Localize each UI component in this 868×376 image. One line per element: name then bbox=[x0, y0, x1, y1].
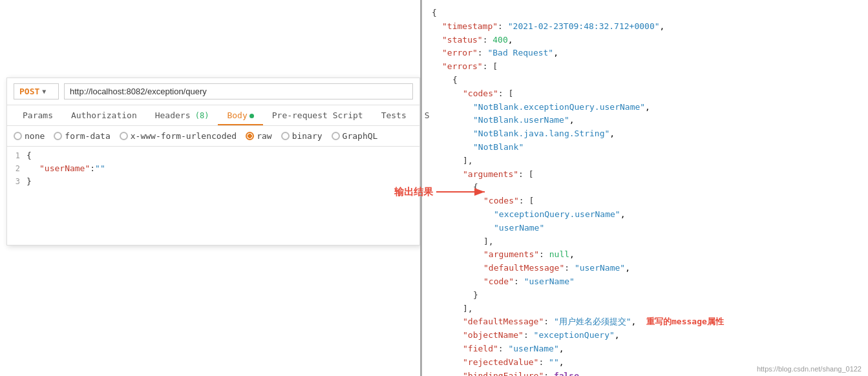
json-error: "error": "Bad Request", bbox=[432, 47, 858, 60]
tab-s[interactable]: S bbox=[416, 105, 439, 125]
line-content-2: "userName":"" bbox=[26, 163, 419, 173]
code-line-3: 3 } bbox=[7, 176, 419, 189]
json-inner-codes: "codes": [ bbox=[432, 194, 858, 208]
radio-form-data[interactable]: form-data bbox=[54, 131, 110, 141]
radio-urlencoded[interactable]: x-www-form-urlencoded bbox=[120, 131, 237, 141]
line-content-3: } bbox=[26, 176, 419, 186]
json-defaultmsg: "defaultMessage": "用户姓名必须提交", 重写的message… bbox=[432, 315, 858, 329]
json-inner-defaultmsg: "defaultMessage": "userName", bbox=[432, 262, 858, 275]
json-inner-code: "code": "userName" bbox=[432, 275, 858, 289]
json-arguments-obj-open: { bbox=[432, 181, 858, 194]
json-arguments-close: ], bbox=[432, 302, 858, 316]
json-errors-obj-open: { bbox=[432, 74, 858, 87]
json-timestamp: "timestamp": "2021-02-23T09:48:32.712+00… bbox=[432, 20, 858, 34]
radio-raw-label: raw bbox=[257, 131, 271, 141]
tabs-nav: Params Authorization Headers (8) Body Pr… bbox=[7, 105, 419, 126]
headers-badge: (8) bbox=[191, 111, 209, 120]
radio-raw-circle bbox=[246, 132, 254, 140]
json-codes-3: "NotBlank.java.lang.String", bbox=[432, 127, 858, 141]
radio-graphql-label: GraphQL bbox=[343, 131, 378, 141]
radio-raw[interactable]: raw bbox=[246, 131, 271, 141]
red-comment: 重写的message属性 bbox=[636, 317, 723, 326]
json-inner-codes-close: ], bbox=[432, 235, 858, 249]
json-line-open: { bbox=[432, 6, 858, 20]
json-arguments: "arguments": [ bbox=[432, 168, 858, 182]
radio-graphql[interactable]: GraphQL bbox=[332, 131, 378, 141]
body-type-row: none form-data x-www-form-urlencoded raw… bbox=[7, 126, 419, 147]
json-codes-1: "NotBlank.exceptionQuery.userName", bbox=[432, 101, 858, 114]
radio-graphql-circle bbox=[332, 132, 340, 140]
tab-tests[interactable]: Tests bbox=[372, 105, 416, 125]
url-bar: POST ▼ bbox=[7, 78, 419, 105]
radio-binary-circle bbox=[281, 132, 290, 140]
annotation-arrow-svg bbox=[433, 184, 491, 200]
tab-body[interactable]: Body bbox=[218, 105, 262, 125]
radio-form-data-label: form-data bbox=[65, 131, 110, 141]
output-annotation: 输出结果 bbox=[394, 184, 491, 200]
annotation-text: 输出结果 bbox=[394, 186, 433, 198]
code-line-1: 1 { bbox=[7, 151, 419, 163]
json-status: "status": 400, bbox=[432, 34, 858, 47]
json-errors: "errors": [ bbox=[432, 60, 858, 74]
json-codes-close: ], bbox=[432, 154, 858, 168]
body-dot bbox=[249, 114, 254, 118]
radio-binary-label: binary bbox=[292, 131, 323, 141]
json-codes: "codes": [ bbox=[432, 87, 858, 101]
radio-form-data-circle bbox=[54, 132, 62, 140]
tab-headers[interactable]: Headers (8) bbox=[146, 105, 218, 125]
tab-authorization[interactable]: Authorization bbox=[62, 105, 146, 125]
method-dropdown-icon: ▼ bbox=[42, 88, 46, 95]
json-codes-2: "NotBlank.userName", bbox=[432, 114, 858, 127]
watermark: https://blog.csdn.net/shang_0122 bbox=[757, 365, 862, 373]
json-objectname: "objectName": "exceptionQuery", bbox=[432, 329, 858, 342]
json-arguments-obj-close: } bbox=[432, 289, 858, 302]
tab-pre-request[interactable]: Pre-request Script bbox=[263, 105, 372, 125]
method-select[interactable]: POST ▼ bbox=[14, 83, 59, 99]
json-field: "field": "userName", bbox=[432, 342, 858, 356]
radio-urlencoded-circle bbox=[120, 132, 128, 140]
left-panel: POST ▼ Params Authorization Headers (8) … bbox=[6, 78, 420, 245]
json-inner-codes-1: "exceptionQuery.userName", bbox=[432, 208, 858, 222]
radio-binary[interactable]: binary bbox=[281, 131, 323, 141]
line-num-1: 1 bbox=[7, 151, 26, 160]
url-input[interactable] bbox=[64, 83, 413, 99]
json-inner-arguments: "arguments": null, bbox=[432, 248, 858, 262]
radio-none-circle bbox=[14, 132, 22, 140]
radio-urlencoded-label: x-www-form-urlencoded bbox=[131, 131, 237, 141]
code-editor[interactable]: 1 { 2 "userName":"" 3 } bbox=[7, 147, 419, 245]
json-inner-codes-2: "userName" bbox=[432, 222, 858, 235]
radio-none-label: none bbox=[25, 131, 45, 141]
json-codes-4: "NotBlank" bbox=[432, 141, 858, 154]
code-line-2: 2 "userName":"" bbox=[7, 163, 419, 176]
radio-none[interactable]: none bbox=[14, 131, 45, 141]
line-num-3: 3 bbox=[7, 176, 26, 186]
method-label: POST bbox=[19, 87, 39, 96]
tab-params[interactable]: Params bbox=[14, 105, 62, 125]
line-num-2: 2 bbox=[7, 163, 26, 173]
line-content-1: { bbox=[26, 151, 419, 160]
